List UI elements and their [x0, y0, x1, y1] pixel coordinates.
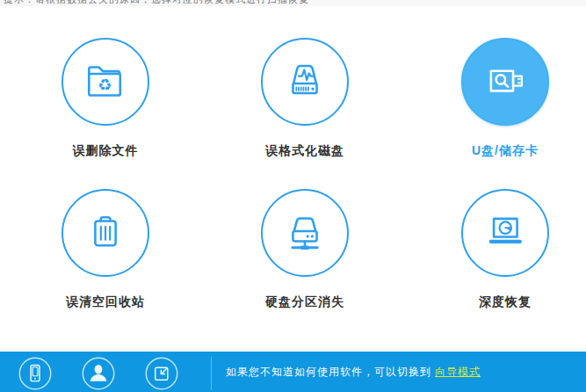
wizard-mode-link[interactable]: 向导模式 — [435, 366, 481, 378]
toolbar-divider — [211, 357, 212, 390]
tile-circle — [461, 189, 549, 277]
tile-label: 误删除文件 — [18, 143, 193, 159]
usb-search-icon — [478, 54, 532, 109]
tile-label: 误格式化磁盘 — [217, 143, 393, 159]
tile-circle: ♻ — [61, 38, 149, 126]
clipped-header-text: 提示：请根据数据丢失的原因，选择对应的恢复模式进行扫描恢复 — [4, 0, 586, 4]
laptop-deep-scan-icon — [478, 206, 532, 260]
tile-label: U盘/储存卡 — [417, 143, 586, 159]
tile-circle — [261, 189, 349, 277]
drive-pulse-icon — [278, 54, 332, 109]
tile-circle — [61, 189, 149, 277]
tile-circle — [461, 38, 549, 126]
tile-deep-recovery[interactable]: 深度恢复 — [417, 189, 586, 310]
drive-network-icon — [278, 206, 332, 260]
clipped-header-bar: 提示：请根据数据丢失的原因，选择对应的恢复模式进行扫描恢复 — [0, 0, 586, 6]
tile-label: 深度恢复 — [417, 294, 586, 310]
tile-circle — [261, 38, 349, 126]
tile-recycle-bin[interactable]: 误清空回收站 — [18, 189, 193, 310]
phone-icon[interactable] — [18, 356, 53, 391]
wizard-hint-text: 如果您不知道如何使用软件，可以切换到向导模式 — [226, 365, 481, 380]
hint-text: 如果您不知道如何使用软件，可以切换到 — [226, 366, 431, 378]
switch-mode-icon[interactable] — [144, 356, 179, 391]
trash-icon — [78, 206, 133, 260]
tile-lost-partition[interactable]: 硬盘分区消失 — [217, 189, 393, 310]
user-icon[interactable] — [81, 356, 116, 391]
bottom-toolbar: 如果您不知道如何使用软件，可以切换到向导模式 — [0, 352, 586, 392]
folder-recycle-icon: ♻ — [78, 54, 133, 109]
tile-label: 硬盘分区消失 — [217, 294, 393, 310]
tile-label: 误清空回收站 — [18, 294, 193, 310]
tile-deleted-files[interactable]: ♻ 误删除文件 — [18, 38, 193, 159]
svg-text:♻: ♻ — [98, 76, 112, 94]
tile-usb-storage[interactable]: U盘/储存卡 — [417, 38, 586, 159]
tile-formatted-disk[interactable]: 误格式化磁盘 — [217, 38, 393, 159]
